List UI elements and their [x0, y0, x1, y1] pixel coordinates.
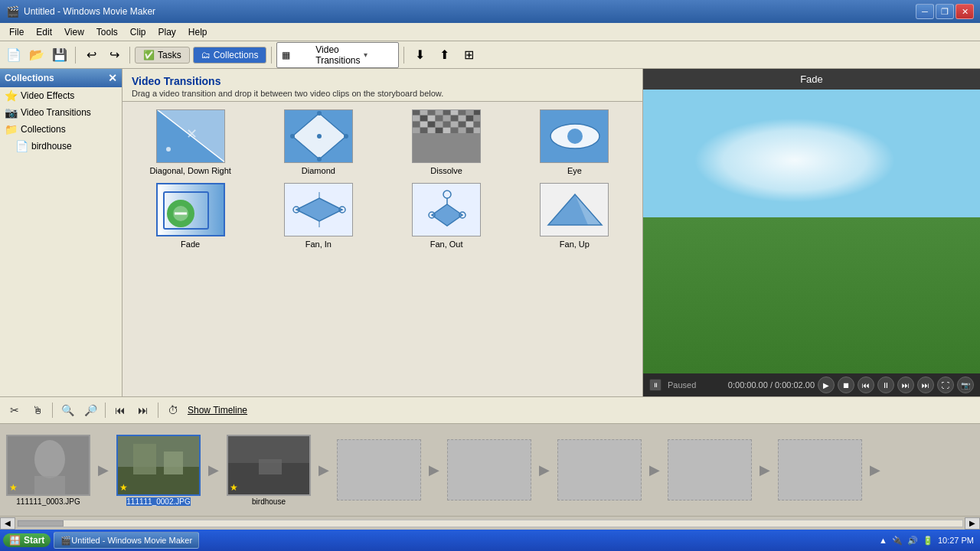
snapshot-button[interactable]: 📷	[957, 377, 974, 393]
minimize-button[interactable]: ─	[916, 4, 934, 19]
storyboard-clip-tool[interactable]: ✂	[6, 402, 23, 419]
menu-clip[interactable]: Clip	[124, 25, 152, 39]
transitions-title: Video Transitions	[132, 75, 633, 87]
fullscreen-button[interactable]: ⛶	[937, 377, 954, 393]
menu-edit[interactable]: Edit	[30, 25, 58, 39]
transition-arrow-5: ▶	[533, 439, 556, 500]
transition-thumb-dissolve	[412, 109, 481, 163]
collections-folder-icon: 📁	[5, 123, 18, 135]
storyboard-clip-2[interactable]: ★ 111111_0002.JPG	[116, 435, 201, 506]
scroll-thumb[interactable]	[18, 520, 64, 527]
svg-point-78	[34, 440, 65, 478]
svg-point-52	[567, 129, 583, 144]
storyboard-area: ★ 111111_0003.JPG ▶ ★ 111111_0002.JPG	[0, 424, 980, 516]
next-clip-button[interactable]: ⏭	[135, 402, 152, 419]
category-dropdown[interactable]: ▦ Video Transitions ▾	[276, 42, 399, 68]
menu-file[interactable]: File	[3, 25, 30, 39]
end-button[interactable]: ⏭	[917, 377, 934, 393]
undo-button[interactable]: ↩	[80, 45, 102, 65]
zoom-out-button[interactable]: 🔍	[59, 402, 76, 419]
sidebar-item-label: birdhouse	[31, 141, 72, 152]
prev-frame-button[interactable]: ⏮	[858, 377, 874, 393]
svg-rect-81	[118, 467, 201, 496]
svg-rect-14	[413, 109, 420, 115]
storyboard-select-tool[interactable]: 🖱	[29, 402, 46, 419]
svg-point-3	[166, 147, 171, 152]
menu-play[interactable]: Play	[152, 25, 182, 39]
tasks-label: Tasks	[158, 50, 181, 60]
open-button[interactable]: 📂	[26, 45, 47, 65]
undo-redo-tools: ↩ ↪	[80, 45, 125, 65]
grid-button[interactable]: ⊞	[458, 45, 479, 65]
transition-label-diagonal: Diagonal, Down Right	[149, 166, 230, 175]
menu-view[interactable]: View	[58, 25, 90, 39]
scroll-right-button[interactable]: ▶	[965, 517, 980, 530]
sidebar-item-birdhouse[interactable]: 📄 birdhouse	[0, 138, 122, 155]
title-bar: 🎬 Untitled - Windows Movie Maker ─ ❐ ✕	[0, 0, 980, 23]
clip-thumb-3: ★	[227, 435, 311, 496]
transition-diagonal-down-right[interactable]: ✕ Diagonal, Down Right	[130, 109, 250, 175]
tasks-tab[interactable]: ✅ Tasks	[135, 47, 190, 64]
tray-speaker-icon: 🔊	[907, 536, 918, 546]
new-button[interactable]: 📄	[3, 45, 24, 65]
export-button[interactable]: ⬆	[433, 45, 455, 65]
svg-rect-23	[413, 116, 420, 121]
svg-rect-87	[259, 459, 282, 474]
zoom-in-button[interactable]: 🔎	[82, 402, 99, 419]
import-button[interactable]: ⬇	[409, 45, 430, 65]
menu-tools[interactable]: Tools	[90, 25, 124, 39]
storyboard-sep-1	[52, 403, 53, 418]
transition-diamond[interactable]: Diamond	[258, 109, 378, 175]
clip-label-2: 111111_0002.JPG	[126, 497, 190, 506]
video-transitions-icon: 📷	[5, 106, 18, 119]
storyboard-clip-3[interactable]: ★ birdhouse	[227, 435, 311, 506]
sidebar-item-collections[interactable]: 📁 Collections	[0, 121, 122, 138]
pause-button[interactable]: ⏸	[877, 377, 894, 393]
svg-rect-16	[428, 109, 435, 115]
show-timeline-button[interactable]: Show Timeline	[188, 405, 247, 416]
prev-clip-button[interactable]: ⏮	[112, 402, 129, 419]
svg-rect-43	[428, 128, 435, 133]
redo-button[interactable]: ↪	[103, 45, 125, 65]
left-panel-header: Collections ✕	[0, 69, 122, 87]
sidebar-item-video-effects[interactable]: ⭐ Video Effects	[0, 87, 122, 104]
menu-help[interactable]: Help	[182, 25, 214, 39]
content-area: Collections ✕ ⭐ Video Effects 📷 Video Tr…	[0, 69, 980, 396]
play-button[interactable]: ▶	[818, 377, 835, 393]
transition-thumb-fade	[156, 183, 225, 236]
start-label: Start	[24, 535, 44, 546]
collections-tab[interactable]: 🗂 Collections	[193, 47, 267, 64]
transition-fan-in[interactable]: Fan, In	[258, 183, 378, 249]
next-frame-button[interactable]: ⏭	[897, 377, 914, 393]
clip-label-1: 111111_0003.JPG	[16, 497, 80, 506]
sidebar-item-video-transitions[interactable]: 📷 Video Transitions	[0, 104, 122, 121]
stop-button[interactable]: ⏹	[838, 377, 854, 393]
taskbar-moviemaker[interactable]: 🎬 Untitled - Windows Movie Maker	[54, 532, 199, 549]
svg-rect-48	[466, 128, 473, 133]
close-button[interactable]: ✕	[956, 4, 974, 19]
storyboard-clip-1[interactable]: ★ 111111_0003.JPG	[6, 435, 90, 506]
tray-network-icon: 🔌	[892, 536, 903, 546]
transition-label-fan-out: Fan, Out	[430, 240, 463, 249]
transition-dissolve[interactable]: Dissolve	[387, 109, 507, 175]
transition-fan-up[interactable]: Fan, Up	[514, 183, 635, 249]
svg-rect-20	[459, 109, 466, 115]
scroll-left-button[interactable]: ◀	[0, 517, 15, 530]
transitions-header: Video Transitions Drag a video transitio…	[122, 69, 642, 102]
transition-eye[interactable]: Eye	[514, 109, 635, 175]
svg-rect-27	[443, 116, 450, 121]
transition-fan-out[interactable]: Fan, Out	[387, 183, 507, 249]
left-panel-close-button[interactable]: ✕	[108, 72, 117, 84]
window-title: Untitled - Windows Movie Maker	[24, 6, 916, 17]
maximize-button[interactable]: ❐	[936, 4, 954, 19]
svg-rect-18	[443, 109, 450, 115]
horizontal-scrollbar[interactable]: ◀ ▶	[0, 516, 980, 530]
empty-slot-2	[447, 439, 531, 500]
save-button[interactable]: 💾	[49, 45, 70, 65]
svg-rect-25	[428, 116, 435, 121]
transition-fade[interactable]: Fade	[130, 183, 250, 249]
toolbar-sep-1	[75, 47, 76, 64]
start-button[interactable]: 🪟 Start	[3, 533, 51, 547]
preview-image	[643, 90, 980, 373]
transition-label-diamond: Diamond	[302, 166, 335, 175]
